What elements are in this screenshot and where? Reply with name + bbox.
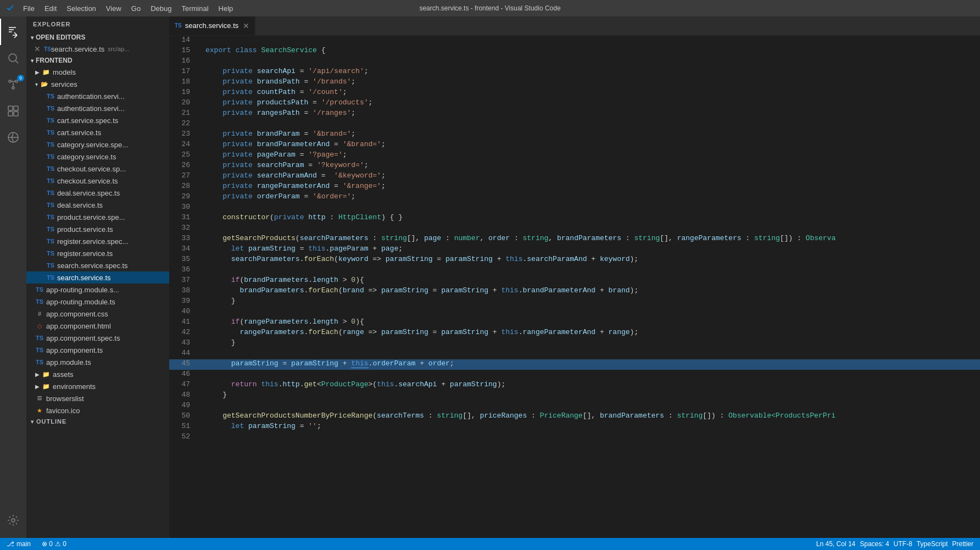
line-num: 40 bbox=[169, 307, 197, 318]
open-editors-section[interactable]: ▾ OPEN EDITORS bbox=[26, 32, 169, 43]
status-language[interactable]: TypeScript bbox=[915, 540, 950, 548]
ts-icon: TS bbox=[46, 140, 55, 149]
tree-item-app-routing[interactable]: TS app-routing.module.ts bbox=[26, 296, 169, 308]
tree-item-app-html[interactable]: ◇ app.component.html bbox=[26, 320, 169, 332]
line-code: let paramString = this.pageParam + page; bbox=[197, 245, 980, 255]
tree-item-deal-spec[interactable]: TS deal.service.spec.ts bbox=[26, 187, 169, 199]
activity-remote[interactable] bbox=[0, 124, 26, 151]
tree-item-app-module[interactable]: TS app.module.ts bbox=[26, 356, 169, 368]
tab-filename: search.service.ts bbox=[185, 21, 239, 30]
formatter-label: Prettier bbox=[952, 540, 973, 548]
tree-item-auth2[interactable]: TS authentication.servi... bbox=[26, 102, 169, 114]
tree-item-product[interactable]: TS product.service.ts bbox=[26, 223, 169, 235]
line-code: private productsPath = '/products'; bbox=[197, 98, 980, 109]
line-code: getSearchProductsNumberByPriceRange(sear… bbox=[197, 412, 980, 422]
tree-item-browserslist[interactable]: ≡ browserslist bbox=[26, 392, 169, 404]
line-num: 16 bbox=[169, 57, 197, 67]
source-control-badge: 9 bbox=[17, 75, 24, 81]
ts-icon: TS bbox=[46, 237, 55, 246]
menu-edit[interactable]: Edit bbox=[40, 3, 61, 14]
tree-item-cat-spec[interactable]: TS category.service.spe... bbox=[26, 138, 169, 151]
tree-item-assets[interactable]: ▶ 📁 assets bbox=[26, 368, 169, 380]
ts-file-icon: TS bbox=[44, 46, 51, 52]
editor-tab[interactable]: TS search.service.ts ✕ bbox=[169, 16, 255, 35]
menu-file[interactable]: File bbox=[19, 3, 39, 14]
tree-label: cart.service.ts bbox=[57, 129, 101, 137]
tree-item-models[interactable]: ▶ 📁 models bbox=[26, 66, 169, 78]
line-num: 25 bbox=[169, 151, 197, 161]
activity-search[interactable] bbox=[0, 45, 26, 71]
tree-item-services[interactable]: ▾ 📂 services bbox=[26, 78, 169, 90]
line-num: 49 bbox=[169, 401, 197, 412]
tree-item-register-spec[interactable]: TS register.service.spec... bbox=[26, 235, 169, 247]
html-icon: ◇ bbox=[35, 321, 44, 330]
open-editor-item[interactable]: ✕ TS search.service.ts src/ap... bbox=[26, 43, 169, 55]
folder-icon: 📁 bbox=[42, 382, 51, 391]
close-editor-icon[interactable]: ✕ bbox=[33, 45, 42, 53]
tree-item-deal[interactable]: TS deal.service.ts bbox=[26, 199, 169, 211]
activity-source-control[interactable]: 9 bbox=[0, 71, 26, 98]
tree-item-search-spec[interactable]: TS search.service.spec.ts bbox=[26, 259, 169, 271]
tree-label: assets bbox=[53, 370, 74, 379]
ts-icon: TS bbox=[35, 334, 44, 342]
line-num: 46 bbox=[169, 370, 197, 380]
tree-item-cat[interactable]: TS category.service.ts bbox=[26, 151, 169, 163]
outline-section[interactable]: ▾ OUTLINE bbox=[26, 416, 169, 426]
tree-item-auth1[interactable]: TS authentication.servi... bbox=[26, 90, 169, 102]
menu-help[interactable]: Help bbox=[214, 3, 238, 14]
tree-label: app-routing.module.s... bbox=[46, 286, 119, 294]
activity-extensions[interactable] bbox=[0, 98, 26, 124]
activity-explorer[interactable] bbox=[0, 19, 26, 45]
outline-chevron: ▾ bbox=[31, 419, 34, 425]
status-errors[interactable]: ⊗ 0 ⚠ 0 bbox=[40, 538, 69, 550]
tree-item-app-routing-spec[interactable]: TS app-routing.module.s... bbox=[26, 284, 169, 296]
tree-label: app.component.ts bbox=[46, 346, 103, 354]
code-editor[interactable]: 14 15 export class SearchService { 16 17… bbox=[169, 36, 980, 538]
ts-icon: TS bbox=[35, 285, 44, 294]
line-31: 31 constructor(private http : HttpClient… bbox=[169, 213, 980, 224]
frontend-section[interactable]: ▾ FRONTEND bbox=[26, 55, 169, 66]
tab-close-icon[interactable]: ✕ bbox=[243, 21, 249, 30]
menu-selection[interactable]: Selection bbox=[62, 3, 100, 14]
menu-terminal[interactable]: Terminal bbox=[177, 3, 213, 14]
line-num: 23 bbox=[169, 130, 197, 140]
status-branch[interactable]: ⎇ main bbox=[4, 538, 33, 550]
window-title: search.service.ts - frontend - Visual St… bbox=[419, 4, 560, 12]
tree-item-cart[interactable]: TS cart.service.ts bbox=[26, 126, 169, 138]
status-encoding[interactable]: UTF-8 bbox=[892, 540, 915, 548]
ts-icon: TS bbox=[46, 176, 55, 185]
line-code: searchParameters.forEach(keyword => para… bbox=[197, 255, 980, 265]
line-code: constructor(private http : HttpClient) {… bbox=[197, 213, 980, 224]
status-position[interactable]: Ln 45, Col 14 bbox=[814, 540, 858, 548]
tree-item-register[interactable]: TS register.service.ts bbox=[26, 247, 169, 259]
tree-item-app-component[interactable]: TS app.component.ts bbox=[26, 344, 169, 356]
sidebar: EXPLORER ▾ OPEN EDITORS ✕ TS search.serv… bbox=[26, 16, 169, 538]
git-branch-icon: ⎇ bbox=[7, 540, 14, 548]
line-num: 15 bbox=[169, 46, 197, 57]
tree-item-app-css[interactable]: # app.component.css bbox=[26, 308, 169, 320]
tree-label: app.component.html bbox=[46, 322, 111, 330]
line-14: 14 bbox=[169, 36, 980, 46]
svg-point-2 bbox=[15, 80, 18, 82]
tree-item-search[interactable]: TS search.service.ts bbox=[26, 271, 169, 284]
menu-view[interactable]: View bbox=[102, 3, 126, 14]
tree-item-app-spec[interactable]: TS app.component.spec.ts bbox=[26, 332, 169, 344]
tree-item-favicon[interactable]: ★ favicon.ico bbox=[26, 404, 169, 416]
line-24: 24 private brandParameterAnd = '&brand='… bbox=[169, 140, 980, 151]
menu-go[interactable]: Go bbox=[127, 3, 145, 14]
tree-item-product-spec[interactable]: TS product.service.spe... bbox=[26, 211, 169, 223]
tree-item-checkout[interactable]: TS checkout.service.ts bbox=[26, 175, 169, 187]
tree-item-checkout-spec[interactable]: TS checkout.service.sp... bbox=[26, 163, 169, 175]
ts-icon: TS bbox=[46, 152, 55, 161]
line-33: 33 getSearchProducts(searchParameters : … bbox=[169, 234, 980, 245]
tree-item-cart-spec[interactable]: TS cart.service.spec.ts bbox=[26, 114, 169, 126]
menu-debug[interactable]: Debug bbox=[146, 3, 176, 14]
editor-area: TS search.service.ts ✕ 14 15 export clas… bbox=[169, 16, 980, 538]
line-code bbox=[197, 401, 980, 412]
ts-icon: TS bbox=[46, 249, 55, 258]
status-formatter[interactable]: Prettier bbox=[950, 540, 976, 548]
tree-item-environments[interactable]: ▶ 📁 environments bbox=[26, 380, 169, 392]
activity-settings[interactable] bbox=[0, 507, 26, 534]
line-code: getSearchProducts(searchParameters : str… bbox=[197, 234, 980, 245]
status-spaces[interactable]: Spaces: 4 bbox=[858, 540, 891, 548]
